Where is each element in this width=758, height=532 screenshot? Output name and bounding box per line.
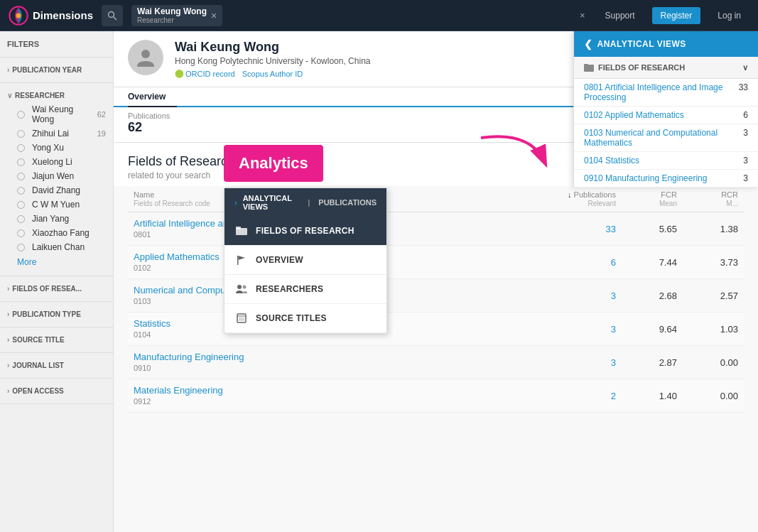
cell-fcr-0: 5.65 bbox=[622, 212, 683, 246]
col-publications-header[interactable]: ↓ Publications Relevant bbox=[497, 186, 622, 212]
publication-year-label: PUBLICATION YEAR bbox=[12, 66, 82, 74]
radio-icon bbox=[17, 144, 25, 152]
cell-fcr-4: 2.87 bbox=[622, 346, 683, 379]
for-link-1[interactable]: Applied Mathematics bbox=[134, 251, 220, 262]
chevron-right-icon: › bbox=[7, 336, 9, 344]
panel-for-link-0[interactable]: 0801 Artificial Intelligence and Image P… bbox=[584, 82, 739, 102]
register-button[interactable]: Register bbox=[652, 7, 701, 24]
researcher-item-7[interactable]: Jian Yang bbox=[7, 212, 106, 226]
tag-close-button[interactable]: × bbox=[211, 10, 217, 21]
researcher-name-9: Laikuen Chan bbox=[32, 242, 85, 252]
publication-year-toggle[interactable]: › PUBLICATION YEAR bbox=[7, 63, 106, 77]
panel-collapse-icon[interactable]: ∨ bbox=[742, 63, 748, 72]
researcher-item-1[interactable]: Zhihui Lai 19 bbox=[7, 126, 106, 141]
pub-type-toggle[interactable]: › PUBLICATION TYPE bbox=[7, 308, 106, 321]
radio-icon bbox=[17, 111, 25, 119]
researcher-name-2: Yong Xu bbox=[32, 143, 64, 153]
for-link-5[interactable]: Materials Engineering bbox=[134, 385, 223, 396]
col-rcr-sub: M... bbox=[726, 200, 738, 207]
panel-item-count-3: 3 bbox=[743, 156, 748, 165]
cell-rcr-1: 3.73 bbox=[683, 246, 744, 279]
col-publications-sub: Relevant bbox=[588, 200, 615, 207]
login-button[interactable]: Log in bbox=[709, 7, 749, 24]
radio-icon bbox=[17, 201, 25, 209]
scopus-badge[interactable]: Scopus Author ID bbox=[242, 69, 303, 78]
researcher-name-7: Jian Yang bbox=[32, 214, 69, 224]
orcid-badge[interactable]: ⬤ ORCID record bbox=[175, 69, 235, 78]
content-area: Wai Keung Wong Hong Kong Polytechnic Uni… bbox=[114, 31, 758, 532]
for-code-4: 0910 bbox=[134, 364, 151, 372]
sort-arrow-icon: ↓ bbox=[568, 190, 574, 199]
table-row: Materials Engineering 0912 2 1.40 0.00 bbox=[128, 379, 744, 413]
table-row: Numerical and Computational Mathematics … bbox=[128, 279, 744, 313]
tab-overview[interactable]: Overview bbox=[128, 87, 177, 107]
panel-for-link-2[interactable]: 0103 Numerical and Computational Mathema… bbox=[584, 128, 743, 148]
pub-count-link-0[interactable]: 33 bbox=[605, 224, 615, 234]
panel-for-link-3[interactable]: 0104 Statistics bbox=[584, 156, 639, 165]
search-bar[interactable] bbox=[102, 5, 123, 26]
av-item-source-titles-label: SOURCE TITLES bbox=[256, 313, 327, 323]
av-item-overview-label: OVERVIEW bbox=[256, 255, 303, 265]
dismiss-button[interactable]: × bbox=[580, 10, 585, 21]
col-fcr-label: FCR bbox=[661, 190, 677, 199]
source-title-toggle[interactable]: › SOURCE TITLE bbox=[7, 333, 106, 347]
researcher-tag[interactable]: Wai Keung Wong Researcher × bbox=[131, 5, 222, 26]
researcher-item-4[interactable]: Jiajun Wen bbox=[7, 169, 106, 183]
for-link-3[interactable]: Statistics bbox=[134, 318, 170, 329]
researcher-item-2[interactable]: Yong Xu bbox=[7, 141, 106, 155]
app-name: Dimensions bbox=[33, 9, 93, 21]
pub-count-link-3[interactable]: 3 bbox=[611, 324, 616, 335]
flag-icon bbox=[234, 253, 249, 267]
profile-badges: ⬤ ORCID record Scopus Author ID bbox=[175, 69, 370, 78]
table-row: Applied Mathematics 0102 6 7.44 3.73 bbox=[128, 246, 744, 279]
researcher-item-3[interactable]: Xuelong Li bbox=[7, 155, 106, 169]
panel-for-link-1[interactable]: 0102 Applied Mathematics bbox=[584, 110, 684, 120]
researcher-item-9[interactable]: Laikuen Chan bbox=[7, 240, 106, 254]
sidebar-section-fields: › FIELDS OF RESEA... bbox=[0, 276, 113, 302]
panel-item-count-4: 3 bbox=[743, 173, 748, 183]
svg-point-11 bbox=[237, 285, 242, 289]
cell-name-5: Materials Engineering 0912 bbox=[128, 379, 497, 413]
for-link-4[interactable]: Manufacturing Engineering bbox=[134, 352, 244, 362]
researcher-toggle[interactable]: ∨ RESEARCHER bbox=[7, 89, 106, 102]
open-access-toggle[interactable]: › OPEN ACCESS bbox=[7, 384, 106, 398]
av-header-sep: | bbox=[308, 198, 310, 207]
researcher-more-link[interactable]: More bbox=[7, 254, 106, 270]
radio-icon bbox=[17, 215, 25, 223]
av-item-fields[interactable]: FIELDS OF RESEARCH bbox=[224, 217, 386, 246]
av-header-right[interactable]: PUBLICATIONS bbox=[318, 198, 377, 207]
pub-count-link-1[interactable]: 6 bbox=[611, 257, 616, 268]
journal-toggle[interactable]: › JOURNAL LIST bbox=[7, 359, 106, 372]
svg-rect-10 bbox=[237, 256, 239, 265]
scopus-label: Scopus Author ID bbox=[242, 70, 303, 78]
cell-fcr-5: 1.40 bbox=[622, 379, 683, 413]
av-item-overview[interactable]: OVERVIEW bbox=[224, 246, 386, 275]
researcher-item-0[interactable]: Wai Keung Wong 62 bbox=[7, 102, 106, 126]
researcher-item-6[interactable]: C W M Yuen bbox=[7, 197, 106, 212]
chevron-right-icon: › bbox=[7, 387, 9, 395]
pub-count-link-4[interactable]: 3 bbox=[611, 357, 616, 368]
sidebar-section-researcher: ∨ RESEARCHER Wai Keung Wong 62 Zhihui La… bbox=[0, 83, 113, 276]
sidebar-section-source-title: › SOURCE TITLE bbox=[0, 327, 113, 353]
filters-header: FILTERS bbox=[0, 31, 113, 58]
app-logo[interactable]: Dimensions bbox=[9, 6, 93, 26]
fields-toggle[interactable]: › FIELDS OF RESEA... bbox=[7, 282, 106, 295]
panel-item: 0910 Manufacturing Engineering 3 bbox=[574, 170, 758, 188]
cell-fcr-2: 2.68 bbox=[622, 279, 683, 313]
radio-icon bbox=[17, 244, 25, 251]
researcher-item-8[interactable]: Xiaozhao Fang bbox=[7, 226, 106, 240]
pub-count-link-5[interactable]: 2 bbox=[611, 391, 616, 401]
panel-for-section[interactable]: FIELDS OF RESEARCH ∨ bbox=[574, 57, 758, 79]
panel-back-button[interactable]: ❮ bbox=[584, 38, 593, 50]
researcher-name-3: Xuelong Li bbox=[32, 157, 72, 167]
researcher-item-5[interactable]: David Zhang bbox=[7, 183, 106, 197]
chevron-down-icon: ∨ bbox=[7, 92, 12, 99]
panel-for-link-4[interactable]: 0910 Manufacturing Engineering bbox=[584, 173, 707, 183]
pub-count-link-2[interactable]: 3 bbox=[611, 291, 616, 301]
researcher-name-0: Wai Keung Wong bbox=[32, 104, 97, 124]
support-button[interactable]: Support bbox=[597, 7, 644, 24]
av-item-researchers[interactable]: RESEARCHERS bbox=[224, 275, 386, 304]
av-item-source-titles[interactable]: SOURCE TITLES bbox=[224, 304, 386, 333]
radio-icon bbox=[17, 158, 25, 166]
panel-item: 0801 Artificial Intelligence and Image P… bbox=[574, 79, 758, 107]
